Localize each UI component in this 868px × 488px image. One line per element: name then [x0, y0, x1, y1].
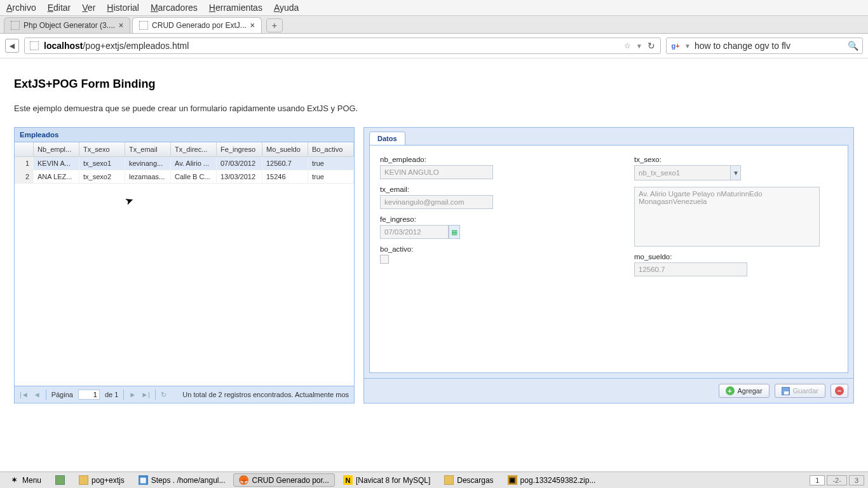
label-bo-activo: bo_activo:	[380, 245, 596, 253]
plus-icon: +	[726, 386, 735, 395]
new-tab-button[interactable]: +	[266, 18, 283, 32]
workspace-3[interactable]: 3	[849, 475, 864, 485]
combo-tx-sexo[interactable]: nb_tx_sexo1 ▾	[634, 165, 741, 180]
dropdown-icon[interactable]: ▼	[684, 43, 691, 50]
page-next-icon[interactable]: ►	[129, 391, 136, 398]
col-bo-activo[interactable]: Bo_activo	[308, 142, 354, 156]
tab-label: CRUD Generado por ExtJ...	[152, 21, 247, 30]
workspace-2[interactable]: -2-	[827, 475, 846, 485]
col-mo-sueldo[interactable]: Mo_sueldo	[262, 142, 308, 156]
taskbar-item[interactable]: ▦Steps . /home/angul...	[133, 473, 231, 487]
taskbar-item[interactable]: 🦊CRUD Generado por...	[233, 473, 334, 487]
minus-icon: −	[835, 386, 844, 395]
page-title: ExtJS+POG Form Binding	[14, 78, 854, 91]
dropdown-icon[interactable]: ▼	[636, 43, 642, 50]
cell: 12560.7	[262, 157, 308, 170]
search-icon[interactable]: 🔍	[848, 41, 858, 51]
taskbar-item[interactable]: Descargas	[438, 473, 499, 487]
menu-ver[interactable]: Ver	[82, 3, 95, 13]
input-tx-email[interactable]: kevinangulo@gmail.com	[380, 195, 493, 209]
button-label: Guardar	[793, 387, 818, 395]
button-label: Agregar	[738, 387, 763, 395]
taskbar-label: Steps . /home/angul...	[151, 476, 226, 485]
url-text: localhost/pog+extjs/empleados.html	[44, 41, 619, 51]
col-fe-ingreso[interactable]: Fe_ingreso	[217, 142, 262, 156]
guardar-button[interactable]: Guardar	[775, 384, 825, 398]
refresh-icon[interactable]: ↻	[161, 391, 166, 399]
paging-status: Un total de 2 registros encontrados. Act…	[182, 391, 349, 398]
taskbar-item[interactable]: pog+extjs	[73, 473, 130, 487]
col-tx-sexo[interactable]: Tx_sexo	[79, 142, 125, 156]
taskbar-label: CRUD Generado por...	[252, 476, 329, 485]
col-tx-email[interactable]: Tx_email	[125, 142, 171, 156]
col-nb-empleado[interactable]: Nb_empl...	[34, 142, 79, 156]
tab-crud[interactable]: CRUD Generado por ExtJ... ×	[132, 17, 262, 33]
tab-datos[interactable]: Datos	[369, 132, 405, 145]
taskbar-item[interactable]: N[Navicat 8 for MySQL]	[337, 473, 436, 487]
taskbar: ✶ Menu pog+extjs ▦Steps . /home/angul...…	[0, 471, 868, 488]
workspace-1[interactable]: 1	[810, 475, 825, 485]
table-row[interactable]: 2 ANA LEZ... tx_sexo2 lezamaas... Calle …	[15, 170, 354, 184]
reload-icon[interactable]: ↻	[648, 41, 655, 51]
page-subtitle: Este ejemplo demuestra que se puede crea…	[14, 104, 854, 113]
bookmark-icon[interactable]: ☆	[624, 41, 631, 50]
folder-icon	[444, 475, 454, 485]
taskbar-label: pog+extjs	[92, 476, 125, 485]
menu-ayuda[interactable]: Ayuda	[274, 3, 299, 13]
agregar-button[interactable]: + Agregar	[719, 384, 770, 398]
cell: 13/03/2012	[217, 170, 262, 183]
separator	[123, 390, 124, 400]
menu-archivo[interactable]: Archivo	[6, 3, 36, 13]
taskbar-item[interactable]: ▣pog.1332459382.zip...	[502, 473, 602, 487]
combo-value: nb_tx_sexo1	[639, 169, 680, 177]
address-toolbar: ◄ localhost/pog+extjs/empleados.html ☆ ▼…	[0, 34, 868, 58]
url-bar[interactable]: localhost/pog+extjs/empleados.html ☆ ▼ ↻	[24, 37, 661, 54]
start-menu[interactable]: ✶ Menu	[4, 473, 47, 487]
cell: 07/03/2012	[217, 157, 262, 170]
app-icon: N	[343, 475, 353, 485]
input-nb-empleado[interactable]: KEVIN ANGULO	[380, 165, 493, 179]
desktop-icon	[55, 475, 65, 485]
grid-body: 1 KEVIN A... tx_sexo1 kevinang... Av. Al…	[15, 157, 354, 386]
form-buttons: + Agregar Guardar −	[364, 378, 853, 403]
menubar: Archivo Editar Ver Historial Marcadores …	[0, 0, 868, 16]
cell: Calle B C...	[171, 170, 217, 183]
checkbox-bo-activo[interactable]	[380, 255, 389, 264]
cell: tx_sexo1	[79, 157, 125, 170]
grid-panel: Empleados Nb_empl... Tx_sexo Tx_email Tx…	[14, 127, 355, 403]
menu-historial[interactable]: Historial	[107, 3, 139, 13]
menu-marcadores[interactable]: Marcadores	[151, 3, 198, 13]
site-icon	[30, 41, 39, 50]
page-first-icon[interactable]: |◄	[20, 391, 29, 398]
textarea-direccion[interactable]: Av. Alirio Ugarte Pelayo nMaturinnEdo Mo…	[634, 187, 820, 247]
search-text: how to change ogv to flv	[695, 41, 844, 51]
chevron-down-icon[interactable]: ▾	[730, 166, 740, 180]
gear-icon: ✶	[10, 475, 19, 485]
input-fe-ingreso[interactable]: 07/03/2012	[380, 225, 449, 239]
delete-button[interactable]: −	[831, 384, 848, 398]
search-box[interactable]: g+ ▼ how to change ogv to flv 🔍	[666, 37, 863, 54]
page-content: ExtJS+POG Form Binding Este ejemplo demu…	[0, 58, 868, 409]
close-icon[interactable]: ×	[250, 21, 255, 30]
label-mo-sueldo: mo_sueldo:	[634, 253, 837, 261]
menu-herramientas[interactable]: Herramientas	[209, 3, 262, 13]
input-mo-sueldo[interactable]: 12560.7	[634, 262, 747, 276]
separator	[46, 390, 46, 400]
calendar-icon[interactable]: ▦	[449, 225, 460, 239]
back-button[interactable]: ◄	[5, 39, 19, 53]
menu-editar[interactable]: Editar	[48, 3, 71, 13]
label-fe-ingreso: fe_ingreso:	[380, 215, 596, 223]
page-prev-icon[interactable]: ◄	[34, 391, 41, 398]
cell: true	[308, 170, 354, 183]
tab-label: Php Object Generator (3....	[24, 21, 115, 30]
tab-pog[interactable]: Php Object Generator (3.... ×	[4, 17, 130, 33]
col-tx-direc[interactable]: Tx_direc...	[171, 142, 217, 156]
close-icon[interactable]: ×	[119, 21, 123, 30]
page-input[interactable]	[78, 390, 100, 400]
col-rownum[interactable]	[15, 142, 34, 156]
page-last-icon[interactable]: ►|	[141, 391, 150, 398]
cell: Av. Alirio ...	[171, 157, 217, 170]
table-row[interactable]: 1 KEVIN A... tx_sexo1 kevinang... Av. Al…	[15, 157, 354, 170]
show-desktop[interactable]	[50, 473, 71, 487]
separator	[155, 390, 156, 400]
